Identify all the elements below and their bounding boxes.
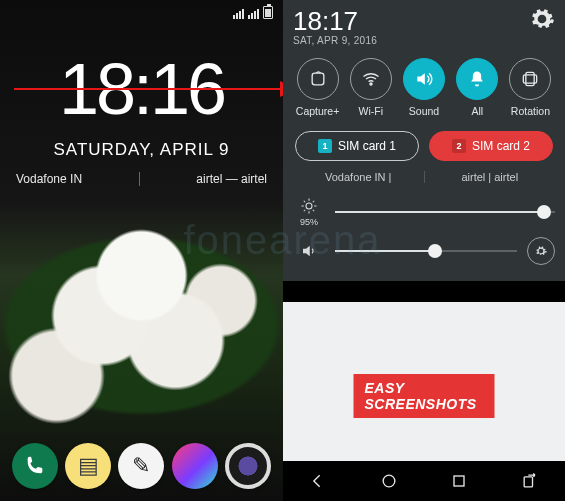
nav-home[interactable] xyxy=(354,461,425,501)
navigation-bar xyxy=(283,461,565,501)
back-icon xyxy=(308,471,328,491)
battery-icon xyxy=(263,6,273,19)
carrier-info-row: Vodafone IN | airtel | airtel xyxy=(293,171,555,183)
sim2-badge: 2 xyxy=(452,139,466,153)
guide-arrow xyxy=(14,88,294,90)
rotation-icon xyxy=(520,69,540,89)
nav-recent[interactable] xyxy=(424,461,495,501)
svg-rect-6 xyxy=(454,476,464,486)
bell-icon xyxy=(467,69,487,89)
qs-sound[interactable]: Sound xyxy=(399,58,448,117)
shade-header: 18:17 SAT, APR 9, 2016 xyxy=(293,6,555,46)
note-icon: ▤ xyxy=(78,453,99,479)
sim2-label: SIM card 2 xyxy=(472,139,530,153)
qs-label: Capture+ xyxy=(296,105,340,117)
qs-label: Wi-Fi xyxy=(359,105,384,117)
nav-back[interactable] xyxy=(283,461,354,501)
camera-app[interactable] xyxy=(225,443,271,489)
volume-row xyxy=(293,237,555,265)
qs-wifi[interactable]: Wi-Fi xyxy=(346,58,395,117)
notification-shade-screen: 18:17 SAT, APR 9, 2016 Capture+ Wi-Fi xyxy=(283,0,565,501)
carrier-info-2: airtel | airtel xyxy=(425,171,556,183)
sim1-badge: 1 xyxy=(318,139,332,153)
carrier-row: Vodafone IN airtel — airtel xyxy=(0,172,283,186)
brightness-row: 95% xyxy=(293,197,555,227)
qs-label: Sound xyxy=(409,105,439,117)
capture-plus-icon xyxy=(308,69,328,89)
qs-label: All xyxy=(471,105,483,117)
divider xyxy=(139,172,140,186)
carrier-1: Vodafone IN xyxy=(16,172,82,186)
sim-selector-row: 1 SIM card 1 2 SIM card 2 xyxy=(293,131,555,161)
notification-area[interactable]: EASY SCREENSHOTS xyxy=(283,302,565,461)
sim1-button[interactable]: 1 SIM card 1 xyxy=(295,131,419,161)
carrier-info-1: Vodafone IN | xyxy=(293,171,424,183)
qs-label: Rotation xyxy=(511,105,550,117)
volume-icon xyxy=(300,242,318,260)
wifi-icon xyxy=(361,69,381,89)
signal-icon xyxy=(233,9,244,19)
quick-settings-row: Capture+ Wi-Fi Sound All Rotation xyxy=(293,58,555,117)
recent-icon xyxy=(449,471,469,491)
shade-clock: 18:17 xyxy=(293,6,377,37)
svg-rect-7 xyxy=(524,477,532,487)
gear-icon xyxy=(529,6,555,32)
sim-switch-icon xyxy=(520,471,540,491)
lock-date: SATURDAY, APRIL 9 xyxy=(0,140,283,160)
nav-sim-switch[interactable] xyxy=(495,461,566,501)
brightness-percent: 95% xyxy=(300,217,318,227)
qs-rotation[interactable]: Rotation xyxy=(506,58,555,117)
gallery-app[interactable] xyxy=(172,443,218,489)
signal-icon xyxy=(248,9,259,19)
svg-rect-0 xyxy=(312,73,324,85)
brightness-icon xyxy=(300,197,318,215)
phone-app[interactable] xyxy=(12,443,58,489)
promo-banner: EASY SCREENSHOTS xyxy=(354,374,495,418)
status-bar-left xyxy=(233,6,273,19)
svg-point-4 xyxy=(306,203,312,209)
sim1-label: SIM card 1 xyxy=(338,139,396,153)
notification-shade[interactable]: 18:17 SAT, APR 9, 2016 Capture+ Wi-Fi xyxy=(283,0,565,281)
gear-icon xyxy=(534,244,548,258)
sound-icon xyxy=(414,69,434,89)
volume-slider[interactable] xyxy=(335,250,517,252)
pen-icon: ✎ xyxy=(132,453,150,479)
settings-button[interactable] xyxy=(529,6,555,32)
svg-point-5 xyxy=(383,475,395,487)
dock: ▤ ✎ xyxy=(0,443,283,489)
sim2-button[interactable]: 2 SIM card 2 xyxy=(429,131,553,161)
volume-settings-button[interactable] xyxy=(527,237,555,265)
qs-capture-plus[interactable]: Capture+ xyxy=(293,58,342,117)
svg-point-1 xyxy=(370,83,372,85)
lock-screen: 18:16 SATURDAY, APRIL 9 Vodafone IN airt… xyxy=(0,0,283,501)
home-icon xyxy=(379,471,399,491)
memo-app[interactable]: ▤ xyxy=(65,443,111,489)
qs-all[interactable]: All xyxy=(453,58,502,117)
capture-app[interactable]: ✎ xyxy=(118,443,164,489)
shade-date: SAT, APR 9, 2016 xyxy=(293,35,377,46)
carrier-2: airtel — airtel xyxy=(196,172,267,186)
brightness-slider[interactable] xyxy=(335,211,555,213)
phone-icon xyxy=(24,455,46,477)
